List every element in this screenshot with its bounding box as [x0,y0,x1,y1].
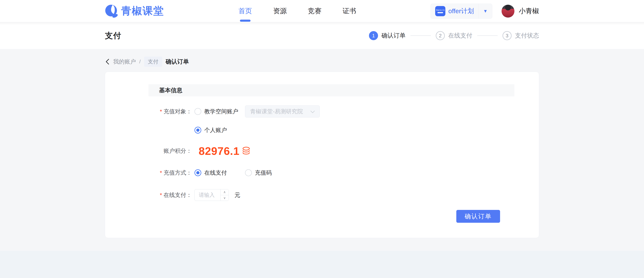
nav-item-certificates[interactable]: 证书 [342,4,356,18]
basic-info-section-bar: 基本信息 [148,84,514,96]
radio-space-account[interactable] [194,108,201,115]
radio-online-payment[interactable] [194,169,201,176]
personal-account-row: 个人账户 [148,126,514,134]
required-asterisk: * [160,170,162,176]
currency-unit: 元 [234,191,240,199]
submit-row: 确认订单 [148,210,514,223]
chevron-down-icon[interactable]: ▼ [478,4,492,19]
stepper-up-icon[interactable]: ∧ [220,189,229,195]
space-select-value: 青椒课堂-易测研究院 [250,108,303,116]
radio-online-payment-label[interactable]: 在线支付 [204,169,227,177]
breadcrumb-my-account[interactable]: 我的账户 [113,58,136,66]
amount-input-group: ∧ ∨ [194,189,229,201]
order-confirm-card: 基本信息 * 充值对象： 教学空间账户 青椒课堂-易测研究院 [105,72,539,238]
brand-name: 青椒课堂 [121,4,164,18]
offer-plan-badge-icon: 青椒Offer计划 [435,6,445,16]
chevron-down-icon [310,109,315,113]
page-title: 支付 [105,30,122,41]
navbar-right: 青椒Offer计划 offer计划 ▼ 小青椒 [430,4,539,19]
offer-plan-label: offer计划 [448,7,474,16]
online-payment-label: * 在线支付： [148,191,192,199]
steps-indicator: 1 确认订单 2 在线支付 3 支付状态 [369,31,539,40]
step-confirm-order: 1 确认订单 [369,31,406,40]
amount-stepper: ∧ ∨ [220,189,229,201]
offer-plan-dropdown[interactable]: 青椒Offer计划 offer计划 ▼ [430,4,492,19]
confirm-order-button[interactable]: 确认订单 [456,210,500,223]
user-avatar[interactable] [502,4,514,18]
breadcrumb: 我的账户 / 支付 确认订单 [105,56,539,67]
recharge-method-row: * 充值方式： 在线支付 充值码 [148,168,514,177]
step-3-circle: 3 [502,31,512,40]
radio-personal-account[interactable] [194,127,201,134]
step-payment-status: 3 支付状态 [502,31,539,40]
breadcrumb-payment[interactable]: 支付 [144,56,162,67]
brand-logo-icon [105,4,118,18]
main-content: 我的账户 / 支付 确认订单 基本信息 * 充值对象： 教学空间账户 青椒课堂-… [0,49,644,251]
top-navbar: 青椒课堂 首页 资源 竞赛 证书 青椒Offer计划 offer计划 ▼ 小青椒 [0,0,644,22]
step-online-payment: 2 在线支付 [436,31,472,40]
recharge-form: * 充值对象： 教学空间账户 青椒课堂-易测研究院 个人账户 [148,106,514,223]
recharge-method-label: * 充值方式： [148,169,192,177]
recharge-target-label: * 充值对象： [148,108,192,116]
space-select[interactable]: 青椒课堂-易测研究院 [245,106,320,118]
main-nav: 首页 资源 竞赛 证书 [164,4,430,18]
radio-space-account-label[interactable]: 教学空间账户 [204,108,238,116]
step-1-circle: 1 [369,31,378,40]
breadcrumb-separator: / [139,59,141,65]
brand-logo[interactable]: 青椒课堂 [105,4,164,18]
radio-recharge-code-label[interactable]: 充值码 [255,169,272,177]
step-2-label: 在线支付 [448,32,472,40]
step-3-label: 支付状态 [515,32,539,40]
recharge-target-row: * 充值对象： 教学空间账户 青椒课堂-易测研究院 [148,106,514,118]
page-header-band: 支付 1 确认订单 2 在线支付 3 支付状态 [0,22,644,49]
account-points-row: 账户积分： 82976.1 [148,145,514,157]
stepper-down-icon[interactable]: ∨ [220,195,229,201]
nav-item-competitions[interactable]: 竞赛 [308,4,322,18]
nav-item-resources[interactable]: 资源 [273,4,287,18]
nav-item-home[interactable]: 首页 [238,4,252,18]
breadcrumb-current: 确认订单 [166,58,189,66]
account-points-label: 账户积分： [148,147,192,155]
account-points-value: 82976.1 [199,145,240,157]
required-asterisk: * [160,108,162,115]
radio-personal-account-label[interactable]: 个人账户 [204,126,227,134]
back-chevron-icon[interactable] [105,58,110,65]
step-connector [410,36,431,36]
step-connector [477,36,498,36]
amount-input[interactable] [195,189,220,201]
online-payment-row: * 在线支付： ∧ ∨ 元 [148,189,514,201]
basic-info-title: 基本信息 [159,86,182,94]
step-2-circle: 2 [436,31,445,40]
step-1-label: 确认订单 [382,32,406,40]
page-footer [0,251,644,278]
required-asterisk: * [160,192,162,198]
radio-recharge-code[interactable] [245,169,252,176]
username: 小青椒 [519,6,539,16]
coins-icon [242,146,250,156]
